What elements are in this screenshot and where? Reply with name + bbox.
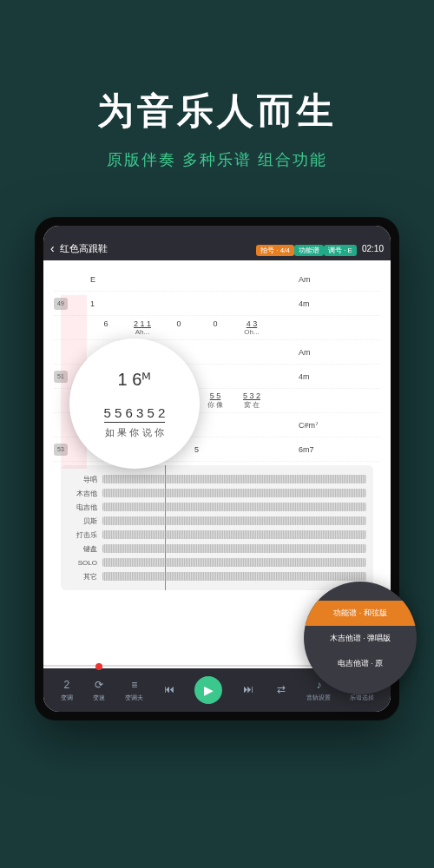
zoom-notes: 5 5 6 3 5 2 — [104, 405, 166, 423]
capo-button[interactable]: ≡变调夫 — [125, 678, 143, 702]
magnifier: 1 6ᴹ 5 5 6 3 5 2 如 果 你 说 你 — [69, 339, 200, 469]
zoom-top: 1 6ᴹ — [118, 369, 152, 390]
chip-拍号 · 4/4[interactable]: 拍号 · 4/4 — [256, 245, 294, 256]
tablet-frame: ‹ 红色高跟鞋 拍号 · 4/4功能谱调号 · E 02:10 1 6ᴹ 5 5… — [35, 217, 399, 720]
score-option[interactable]: 木吉他谱 · 弹唱版 — [304, 626, 417, 651]
sheet-row: 4914m — [54, 292, 380, 316]
track-SOLO[interactable]: SOLO — [68, 556, 366, 569]
track-打击乐[interactable]: 打击乐 — [68, 528, 366, 542]
transpose-button[interactable]: 2变调 — [60, 678, 74, 702]
track-time: 02:10 — [362, 244, 384, 253]
top-bar: ‹ 红色高跟鞋 拍号 · 4/4功能谱调号 · E 02:10 — [43, 236, 391, 260]
sheet-row: 62 1 1Ah...004 3Oh... — [54, 316, 380, 340]
loop-button[interactable]: ⇄ — [274, 682, 288, 698]
hero-title: 为音乐人而生 — [0, 87, 434, 135]
song-title: 红色高跟鞋 — [60, 242, 251, 255]
track-电吉他[interactable]: 电吉他 — [68, 500, 366, 514]
play-button[interactable]: ▶ — [194, 676, 222, 704]
track-贝斯[interactable]: 贝斯 — [68, 514, 366, 528]
track-木吉他[interactable]: 木吉他 — [68, 486, 366, 500]
score-option[interactable]: 功能谱 · 和弦版 — [304, 601, 417, 626]
next-button[interactable]: ⏭ — [241, 682, 255, 698]
chip-功能谱[interactable]: 功能谱 — [294, 245, 324, 256]
chip-调号 · E[interactable]: 调号 · E — [324, 245, 357, 256]
hero: 为音乐人而生 原版伴奏 多种乐谱 组合功能 — [0, 0, 434, 170]
zoom-lyric: 如 果 你 说 你 — [105, 426, 163, 439]
track-键盘[interactable]: 键盘 — [68, 542, 366, 556]
track-其它[interactable]: 其它 — [68, 569, 366, 583]
score-type-popup: 功能谱 · 和弦版木吉他谱 · 弹唱版电吉他谱 · 原 — [304, 582, 417, 694]
back-icon[interactable]: ‹ — [50, 241, 55, 255]
track-panel: 导唱木吉他电吉他贝斯打击乐键盘SOLO其它 — [61, 465, 373, 590]
track-导唱[interactable]: 导唱 — [68, 472, 366, 486]
status-bar — [43, 226, 391, 236]
sheet-row: EAm — [54, 267, 380, 292]
hero-subtitle: 原版伴奏 多种乐谱 组合功能 — [0, 149, 434, 170]
score-option[interactable]: 电吉他谱 · 原 — [304, 651, 417, 676]
speed-button[interactable]: ⟳变速 — [92, 678, 106, 702]
prev-button[interactable]: ⏮ — [162, 682, 176, 698]
